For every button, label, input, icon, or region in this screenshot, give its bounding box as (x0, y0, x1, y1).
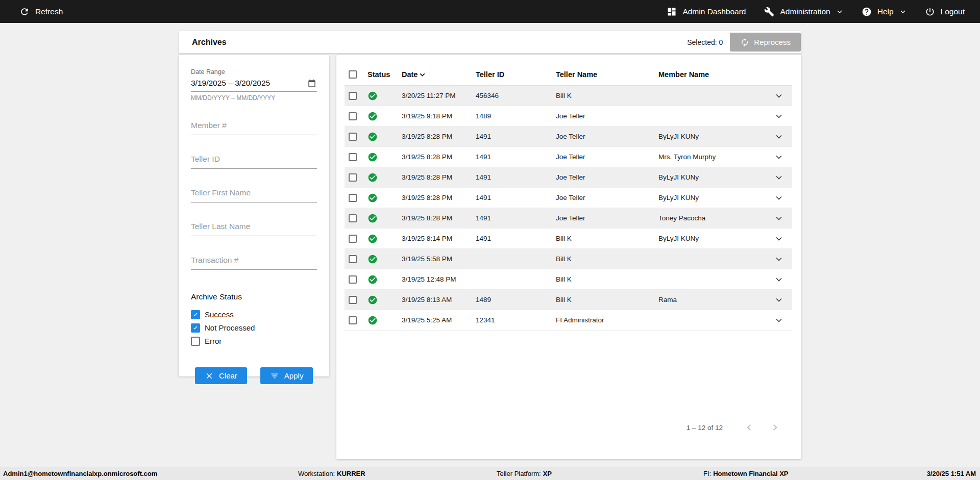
next-page-button[interactable] (768, 420, 782, 435)
archives-table: Status Date Teller ID Teller Name Member… (336, 55, 801, 459)
row-member-name: Rama (658, 296, 768, 304)
chevron-down-icon (774, 91, 784, 101)
logout-button[interactable]: Logout (924, 4, 966, 20)
teller-first-name-input[interactable] (191, 186, 317, 203)
clear-button[interactable]: Clear (195, 367, 247, 384)
table-row[interactable]: 3/19/25 5:58 PM Bill K (345, 249, 792, 269)
row-checkbox[interactable] (349, 316, 357, 324)
row-checkbox[interactable] (349, 133, 357, 141)
row-checkbox[interactable] (349, 235, 357, 243)
row-teller-name: Joe Teller (556, 173, 658, 181)
financial-institution-info: FI: Hometown Financial XP (703, 467, 789, 480)
row-teller-name: FI Administrator (556, 316, 658, 324)
row-date: 3/19/25 12:48 PM (402, 275, 476, 283)
expand-row-button[interactable] (773, 253, 785, 265)
previous-page-button[interactable] (742, 420, 756, 435)
filter-panel: Date Range MM/DD/YYYY – MM/DD/YYYY Archi… (179, 55, 329, 376)
chevron-down-icon (774, 172, 784, 183)
help-menu-button[interactable]: Help (861, 4, 908, 20)
page-title: Archives (192, 38, 227, 47)
checkbox-icon (191, 323, 200, 333)
table-row[interactable]: 3/19/25 8:13 AM 1489 Bill K Rama (345, 290, 792, 310)
admin-dashboard-label: Admin Dashboard (682, 7, 746, 16)
expand-row-button[interactable] (773, 294, 785, 306)
archive-status-option[interactable]: Error (191, 336, 317, 346)
table-row[interactable]: 3/19/25 8:28 PM 1491 Joe Teller Mrs. Tyr… (345, 147, 792, 167)
teller-platform-info: Teller Platform: XP (497, 467, 552, 480)
chevron-down-icon (774, 295, 784, 305)
table-row[interactable]: 3/19/25 8:28 PM 1491 Joe Teller ByLyJI K… (345, 188, 792, 208)
date-picker-button[interactable] (307, 79, 317, 89)
row-teller-name: Bill K (556, 275, 658, 283)
administration-menu-button[interactable]: Administration (763, 4, 844, 20)
date-range-input[interactable] (191, 77, 307, 89)
help-label: Help (877, 7, 894, 16)
row-checkbox[interactable] (349, 296, 357, 304)
table-row[interactable]: 3/20/25 11:27 PM 456346 Bill K (345, 86, 792, 106)
expand-row-button[interactable] (773, 171, 785, 184)
row-checkbox[interactable] (349, 275, 357, 284)
refresh-button[interactable]: Refresh (18, 4, 64, 20)
logout-label: Logout (941, 7, 965, 16)
apply-button[interactable]: Apply (260, 367, 313, 384)
expand-row-button[interactable] (773, 110, 785, 122)
archive-status-option[interactable]: Success (191, 310, 317, 319)
date-format-hint: MM/DD/YYYY – MM/DD/YYYY (191, 94, 317, 102)
admin-dashboard-button[interactable]: Admin Dashboard (666, 4, 747, 20)
row-member-name: Mrs. Tyron Murphy (658, 153, 768, 161)
transaction-number-input[interactable] (191, 254, 317, 270)
success-check-circle-icon (368, 111, 378, 121)
expand-row-button[interactable] (773, 131, 785, 143)
select-all-checkbox[interactable] (349, 70, 357, 79)
calendar-icon (307, 79, 316, 88)
row-member-name: Toney Pacocha (658, 214, 768, 222)
check-icon (192, 311, 199, 319)
member-number-input[interactable] (191, 119, 317, 135)
row-checkbox[interactable] (349, 112, 357, 120)
expand-row-button[interactable] (773, 212, 785, 224)
table-row[interactable]: 3/19/25 8:28 PM 1491 Joe Teller ByLyJI K… (345, 127, 792, 147)
expand-row-button[interactable] (773, 192, 785, 204)
archive-status-option[interactable]: Not Processed (191, 323, 317, 333)
reprocess-button[interactable]: Reprocess (730, 33, 801, 52)
expand-row-button[interactable] (773, 90, 785, 102)
expand-row-button[interactable] (773, 314, 785, 326)
sort-desc-icon (418, 70, 427, 79)
success-check-circle-icon (368, 152, 378, 162)
checkbox-icon (191, 337, 200, 346)
table-row[interactable]: 3/19/25 12:48 PM Bill K (345, 269, 792, 290)
table-header-row: Status Date Teller ID Teller Name Member… (345, 63, 792, 86)
table-body: 3/20/25 11:27 PM 456346 Bill K 3/19/25 9… (345, 86, 792, 331)
chevron-down-icon (774, 152, 784, 162)
chevron-left-icon (744, 422, 755, 433)
table-row[interactable]: 3/19/25 8:28 PM 1491 Joe Teller Toney Pa… (345, 208, 792, 229)
table-row[interactable]: 3/19/25 9:18 PM 1489 Joe Teller (345, 106, 792, 127)
table-row[interactable]: 3/19/25 8:28 PM 1491 Joe Teller ByLyJI K… (345, 167, 792, 188)
row-checkbox[interactable] (349, 255, 357, 263)
expand-row-button[interactable] (773, 233, 785, 245)
expand-row-button[interactable] (773, 273, 785, 286)
archive-status-options: Success Not Processed Error (191, 310, 317, 346)
reprocess-icon (740, 38, 749, 47)
chevron-down-icon (774, 111, 784, 121)
expand-row-button[interactable] (773, 151, 785, 163)
clear-label: Clear (219, 371, 237, 380)
row-checkbox[interactable] (349, 92, 357, 100)
dashboard-icon (667, 7, 677, 17)
row-checkbox[interactable] (349, 153, 357, 161)
table-row[interactable]: 3/19/25 5:25 AM 12341 FI Administrator (345, 310, 792, 331)
column-header-date[interactable]: Date (402, 69, 476, 79)
row-checkbox[interactable] (349, 214, 357, 222)
teller-last-name-input[interactable] (191, 220, 317, 236)
success-check-circle-icon (368, 193, 378, 203)
row-teller-name: Bill K (556, 92, 658, 99)
row-teller-name: Joe Teller (556, 112, 658, 120)
teller-id-input[interactable] (191, 153, 317, 169)
workstation-info: Workstation: KURRER (298, 467, 365, 480)
table-row[interactable]: 3/19/25 8:14 PM 1491 Bill K ByLyJI KUNy (345, 229, 792, 249)
row-checkbox[interactable] (349, 173, 357, 182)
row-checkbox[interactable] (349, 194, 357, 202)
filter-field (191, 119, 317, 135)
row-teller-id: 1491 (476, 235, 556, 242)
refresh-icon (19, 7, 30, 17)
